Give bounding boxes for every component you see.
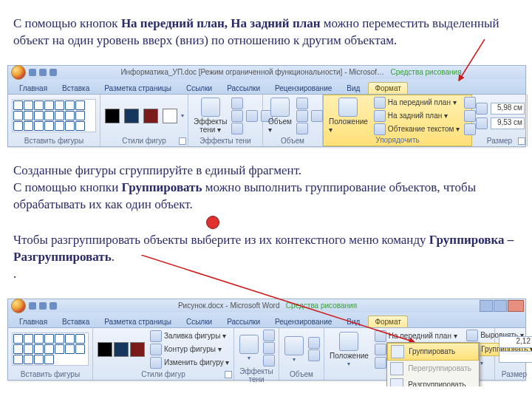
dialog-launcher-icon[interactable] bbox=[179, 137, 186, 145]
shadow-left-icon[interactable] bbox=[231, 110, 243, 122]
tab-layout[interactable]: Разметка страницы bbox=[98, 82, 178, 94]
tab-review[interactable]: Рецензирование bbox=[268, 316, 338, 327]
minimize-button[interactable] bbox=[480, 300, 493, 312]
menu-item-regroup: Перегруппировать bbox=[387, 361, 479, 377]
width-input[interactable] bbox=[499, 351, 532, 363]
shape-fill-button[interactable]: Заливка фигуры ▾ bbox=[149, 330, 231, 342]
ribbon-groups: Вставить фигуры ▾ Стили фигур Эффекты те… bbox=[8, 95, 525, 146]
qat-save-icon[interactable] bbox=[29, 69, 36, 76]
ribbon-1: Информатика_УП.doc [Режим ограниченной ф… bbox=[7, 65, 526, 147]
qat-undo-icon[interactable] bbox=[39, 302, 47, 310]
doc-name: Информатика_УП.doc [Режим ограниченной ф… bbox=[120, 68, 384, 76]
dialog-launcher-icon[interactable] bbox=[518, 137, 525, 145]
cube-icon bbox=[270, 98, 290, 117]
gallery-more-icon[interactable]: ▾ bbox=[181, 112, 184, 119]
text-wrap-button[interactable]: Обтекание текстом ▾ bbox=[372, 123, 461, 135]
text: . bbox=[13, 267, 16, 281]
change-shape-button[interactable]: Изменить фигуру ▾ bbox=[149, 357, 231, 369]
style-gallery[interactable] bbox=[97, 341, 146, 358]
bucket-icon bbox=[150, 330, 162, 342]
wrap-icon bbox=[375, 357, 386, 369]
quick-access-toolbar[interactable] bbox=[29, 69, 57, 76]
shadow-nudge-icon[interactable] bbox=[263, 355, 275, 366]
3d-button[interactable]: ▾ bbox=[283, 336, 305, 363]
3d-button[interactable]: Объем ▾ bbox=[267, 98, 293, 134]
tilt-down-icon[interactable] bbox=[296, 123, 308, 134]
close-button[interactable] bbox=[508, 300, 524, 312]
regroup-icon bbox=[390, 362, 403, 375]
group-shape-styles: ▾ Стили фигур bbox=[100, 95, 188, 146]
contextual-tab-title: Средства рисования bbox=[286, 301, 357, 310]
qat-save-icon[interactable] bbox=[29, 302, 36, 310]
tab-mail[interactable]: Рассылки bbox=[220, 316, 267, 327]
tab-layout[interactable]: Разметка страницы bbox=[98, 316, 178, 327]
button-label: Заливка фигуры ▾ bbox=[164, 332, 226, 340]
tab-insert[interactable]: Вставка bbox=[55, 316, 96, 327]
tab-view[interactable]: Вид bbox=[340, 316, 366, 327]
send-to-back-button[interactable]: На задний план ▾ bbox=[372, 110, 461, 122]
menu-item-group[interactable]: Группировать bbox=[387, 343, 479, 361]
tab-mail[interactable]: Рассылки bbox=[220, 82, 267, 94]
shape-gallery[interactable] bbox=[12, 332, 89, 366]
shadow-down-icon[interactable] bbox=[231, 123, 243, 134]
text: С помощью кнопок bbox=[13, 16, 121, 30]
tilt-up-icon[interactable] bbox=[296, 98, 308, 109]
tab-refs[interactable]: Ссылки bbox=[180, 82, 219, 94]
group-3d: Объем ▾ Объем bbox=[263, 95, 323, 146]
send-back-icon bbox=[375, 344, 386, 355]
tilt-right-icon[interactable] bbox=[311, 110, 323, 122]
shadow-nudge-icon[interactable] bbox=[263, 342, 275, 354]
office-button[interactable] bbox=[11, 299, 26, 313]
width-input[interactable]: 9,53 см bbox=[491, 117, 525, 129]
group-label: Объем bbox=[267, 136, 318, 146]
tilt-icon[interactable] bbox=[308, 349, 320, 361]
group-dropdown-menu: Группировать Перегруппировать Разгруппир… bbox=[386, 342, 480, 386]
height-input[interactable]: 5,98 см bbox=[491, 103, 525, 115]
position-button[interactable]: Положение▾ bbox=[328, 332, 370, 367]
shape-gallery[interactable] bbox=[12, 99, 96, 132]
cube-icon bbox=[284, 336, 304, 355]
3d-tilt[interactable] bbox=[296, 98, 323, 134]
shadow-effects-button[interactable]: Эффекты тени ▾ bbox=[192, 98, 228, 134]
tab-review[interactable]: Рецензирование bbox=[268, 82, 338, 94]
tilt-left-icon[interactable] bbox=[296, 110, 308, 122]
align-icon bbox=[466, 330, 478, 341]
shadow-up-icon[interactable] bbox=[231, 98, 243, 109]
menu-item-ungroup[interactable]: Разгруппировать bbox=[387, 377, 479, 386]
tab-home[interactable]: Главная bbox=[13, 82, 54, 94]
group-size: 2,12 Размер bbox=[495, 328, 532, 380]
shadow-nudge-icon[interactable] bbox=[263, 330, 275, 341]
text: Созданные фигуры сгруппируйте в единый ф… bbox=[13, 163, 301, 177]
tab-home[interactable]: Главная bbox=[13, 316, 54, 327]
group-3d: ▾ Объем bbox=[279, 328, 324, 380]
tilt-icon[interactable] bbox=[308, 337, 320, 349]
quick-access-toolbar[interactable] bbox=[29, 302, 57, 310]
style-gallery[interactable]: ▾ bbox=[104, 96, 184, 136]
tab-format[interactable]: Формат bbox=[368, 82, 408, 94]
group-label: Эффекты тени bbox=[238, 366, 275, 385]
qat-undo-icon[interactable] bbox=[39, 69, 47, 76]
maximize-button[interactable] bbox=[494, 300, 507, 312]
qat-redo-icon[interactable] bbox=[50, 302, 57, 310]
tab-format[interactable]: Формат bbox=[368, 316, 408, 327]
group-label: Вставить фигуры bbox=[12, 369, 89, 380]
tab-insert[interactable]: Вставка bbox=[55, 82, 96, 94]
menu-label: Разгруппировать bbox=[408, 381, 466, 386]
dialog-launcher-icon[interactable] bbox=[225, 371, 232, 378]
bring-to-front-button[interactable]: На передний план ▾ bbox=[372, 97, 461, 109]
button-label: Положение bbox=[330, 352, 369, 360]
tab-refs[interactable]: Ссылки bbox=[180, 316, 219, 327]
height-input[interactable]: 2,12 bbox=[499, 336, 532, 348]
tab-view[interactable]: Вид bbox=[340, 82, 366, 94]
shadow-button[interactable]: ▾ bbox=[238, 335, 260, 361]
shadow-toggle-icon[interactable] bbox=[246, 110, 258, 122]
paragraph-3: Чтобы разгруппировать объекты выберите и… bbox=[0, 229, 532, 286]
qat-redo-icon[interactable] bbox=[50, 69, 57, 76]
ribbon-tabs: Главная Вставка Разметка страницы Ссылки… bbox=[8, 79, 525, 95]
button-label: Изменить фигуру ▾ bbox=[164, 358, 229, 366]
bring-to-front-button[interactable]: На передний план ▾ bbox=[373, 330, 462, 342]
shape-outline-button[interactable]: Контур фигуры ▾ bbox=[149, 344, 231, 355]
position-button[interactable]: Положение ▾ bbox=[327, 98, 369, 134]
position-icon bbox=[338, 98, 358, 117]
office-button[interactable] bbox=[11, 65, 26, 80]
